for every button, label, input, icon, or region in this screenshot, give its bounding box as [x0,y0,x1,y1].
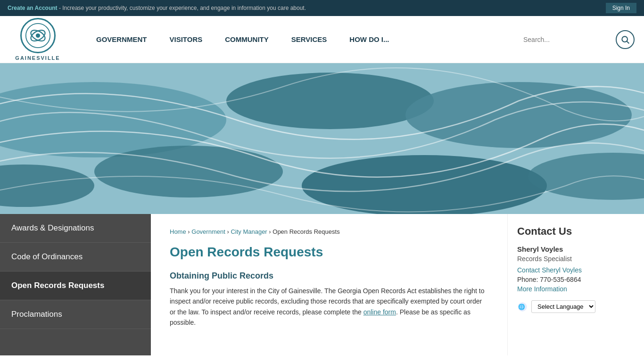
svg-point-8 [226,73,434,129]
top-bar: Create an Account - Increase your produc… [0,0,644,16]
sign-in-button[interactable]: Sign In [606,3,636,13]
nav-item-community[interactable]: COMMUNITY [214,31,280,48]
online-form-link[interactable]: online form [363,308,396,316]
nav-item-how-do-i[interactable]: HOW DO I... [338,31,400,48]
logo-icon [25,23,51,49]
svg-point-3 [35,33,40,38]
topbar-text: - Increase your productivity, customize … [59,5,306,11]
create-account-link[interactable]: Create an Account [8,5,58,11]
logo-text: GAINESVILLE [15,55,60,61]
breadcrumb-current: Open Records Requests [272,228,339,235]
language-select[interactable]: Select Language Spanish French German [531,300,595,313]
sidebar: Awards & Designations Code of Ordinances… [0,214,151,355]
nav-item-services[interactable]: SERVICES [280,31,339,48]
svg-line-5 [627,41,629,43]
search-icon [620,35,630,44]
breadcrumb: Home › Government › City Manager › Open … [170,228,488,235]
content-wrapper: Awards & Designations Code of Ordinances… [0,214,644,355]
hero-waves-svg [0,63,644,214]
logo-area: GAINESVILLE [9,18,66,61]
main-content: Home › Government › City Manager › Open … [151,214,507,355]
logo-circle [20,18,56,53]
contact-role: Records Specialist [517,255,635,263]
page-title: Open Records Requests [170,245,488,260]
nav-item-visitors[interactable]: VISITORS [158,31,214,48]
sidebar-item-awards[interactable]: Awards & Designations [0,214,151,243]
hero-banner [0,63,644,214]
sidebar-item-proclamations[interactable]: Proclamations [0,300,151,329]
search-input[interactable] [518,32,612,47]
contact-phone: Phone: 770-535-6864 [517,276,635,283]
nav-item-government[interactable]: GOVERNMENT [85,31,158,48]
svg-point-4 [622,36,627,42]
breadcrumb-government[interactable]: Government [191,228,225,235]
header: GAINESVILLE GOVERNMENT VISITORS COMMUNIT… [0,16,644,63]
svg-text:🌐: 🌐 [518,303,525,310]
sidebar-item-code[interactable]: Code of Ordinances [0,243,151,272]
svg-point-10 [94,146,283,197]
contact-link[interactable]: Contact Sheryl Voyles [517,266,635,274]
main-nav: GOVERNMENT VISITORS COMMUNITY SERVICES H… [85,31,510,48]
search-button[interactable] [616,30,635,49]
svg-point-9 [405,82,632,148]
sidebar-item-open-records[interactable]: Open Records Requests [0,272,151,300]
contact-title: Contact Us [517,225,635,238]
language-area: 🌐 Select Language Spanish French German [517,300,635,313]
translate-icon: 🌐 [517,302,528,312]
more-info-link[interactable]: More Information [517,285,635,293]
right-panel: Contact Us Sheryl Voyles Records Special… [507,214,644,355]
breadcrumb-home[interactable]: Home [170,228,186,235]
contact-name: Sheryl Voyles [517,245,635,253]
section-title: Obtaining Public Records [170,271,488,281]
content-body: Thank you for your interest in the City … [170,286,488,328]
breadcrumb-city-manager[interactable]: City Manager [231,228,267,235]
